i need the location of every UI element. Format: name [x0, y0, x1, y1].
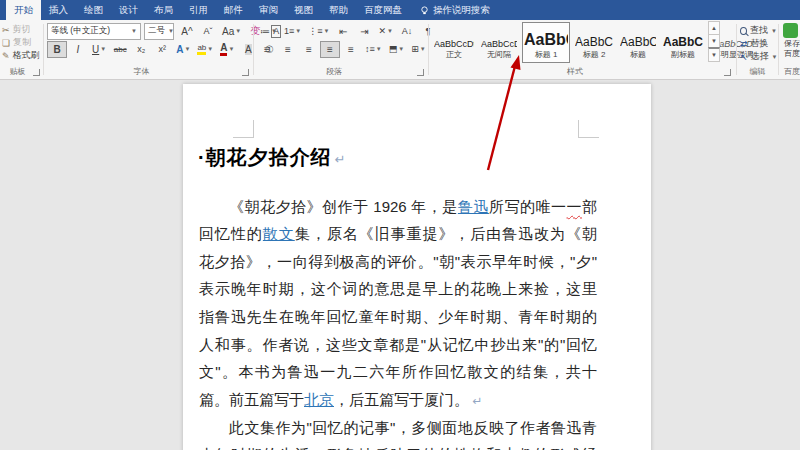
body-text-line[interactable]: 少年时期的生活，形象地反映了他的性格和志趣的形成经: [199, 445, 597, 450]
grow-font-button[interactable]: A^: [177, 23, 197, 40]
increase-indent-button[interactable]: ⇥: [354, 23, 374, 40]
align-left-button[interactable]: ≡: [257, 41, 277, 58]
select-button[interactable]: ↖选择▼: [738, 50, 777, 63]
highlight-button[interactable]: ab▼: [194, 41, 216, 58]
line-spacing-button[interactable]: ↕≡▼: [362, 41, 385, 58]
tab-引用[interactable]: 引用: [181, 0, 216, 20]
distribute-button-icon: ≡: [348, 44, 354, 55]
font-size-combo[interactable]: 二号▼: [144, 23, 174, 40]
justify-button[interactable]: ≡: [320, 41, 340, 58]
select-cursor-icon: ↖: [740, 52, 748, 62]
format-painter-button[interactable]: ✎格式刷: [0, 49, 43, 62]
shading-button-icon: ⬒: [389, 44, 398, 54]
align-right-button-icon: ≡: [306, 44, 312, 55]
style-card-无间隔[interactable]: AaBbCcDx无间隔: [479, 22, 519, 63]
body-text-line[interactable]: 篇。前五篇写于北京，后五篇写于厦门。 ↵: [199, 390, 597, 411]
strikethrough-button[interactable]: abc: [110, 41, 130, 58]
body-text-line[interactable]: 回忆性的散文集，原名《旧事重提》，后由鲁迅改为《朝: [199, 224, 597, 244]
tab-邮件[interactable]: 邮件: [216, 0, 251, 20]
text-run: 文"。本书为鲁迅一九二六年所作回忆散文的结集，共十: [199, 363, 597, 380]
style-card-标题1[interactable]: AaBbC标题 1: [522, 22, 570, 63]
hyperlink-散文[interactable]: 散文: [263, 225, 295, 242]
clipboard-dialog-launcher[interactable]: [33, 69, 40, 76]
bold-button[interactable]: B: [47, 41, 67, 58]
replace-button[interactable]: ⇄替换: [738, 37, 777, 50]
hyperlink-鲁迅[interactable]: 鲁迅: [458, 198, 489, 215]
distribute-button[interactable]: ≡: [341, 41, 361, 58]
body-text-line[interactable]: 表示晚年时期，这个词的意思是早上的花晚上来捡，这里: [199, 279, 597, 299]
borders-button[interactable]: ⊞▼: [408, 41, 429, 58]
styles-dialog-launcher[interactable]: [724, 69, 731, 76]
subscript-button[interactable]: x₂: [131, 41, 151, 58]
text-run: 花夕拾》，一向得到极高的评价。"朝"表示早年时候，"夕": [199, 253, 597, 270]
chevron-down-icon: ▼: [772, 54, 778, 60]
document-page[interactable]: ·朝花夕拾介绍↵ 《朝花夕拾》创作于 1926 年，是鲁迅所写的唯一一部回忆性的…: [183, 84, 651, 450]
decrease-indent-button[interactable]: ⇤: [333, 23, 353, 40]
change-case-button[interactable]: Aa▼: [219, 23, 244, 40]
shading-button[interactable]: ⬒▼: [386, 41, 407, 58]
char-shading-button-icon: A: [245, 44, 252, 55]
styles-group-label: 样式: [430, 66, 720, 77]
bullets-button[interactable]: ≔▼: [257, 23, 280, 40]
style-card-标题[interactable]: AaBbC标题: [618, 22, 658, 63]
chevron-down-icon: ▼: [207, 46, 213, 52]
paragraph-group-label: 段落: [255, 66, 413, 77]
sort-button[interactable]: A↓: [397, 23, 417, 40]
chevron-down-icon: ▼: [420, 46, 426, 52]
document-canvas[interactable]: ·朝花夕拾介绍↵ 《朝花夕拾》创作于 1926 年，是鲁迅所写的唯一一部回忆性的…: [0, 80, 800, 450]
chevron-down-icon: ▼: [228, 46, 234, 52]
tab-帮助[interactable]: 帮助: [321, 0, 356, 20]
tab-绘图[interactable]: 绘图: [76, 0, 111, 20]
select-button-label: 选择: [751, 50, 769, 63]
tab-设计[interactable]: 设计: [111, 0, 146, 20]
tab-开始[interactable]: 开始: [6, 0, 41, 20]
styles-more-button[interactable]: ▼: [708, 47, 720, 62]
chevron-down-icon: ▼: [295, 28, 301, 34]
text-run: 回忆性的: [199, 225, 263, 242]
tab-百度网盘[interactable]: 百度网盘: [356, 0, 410, 20]
align-center-button[interactable]: ≡: [278, 41, 298, 58]
multilevel-list-button[interactable]: ⋮≡▼: [305, 23, 332, 40]
asian-layout-button[interactable]: ✕▼: [375, 23, 396, 40]
styles-scroll-up-button[interactable]: ▲: [708, 21, 720, 35]
text-effects-button-icon: A: [176, 44, 183, 55]
bold-button-icon: B: [53, 44, 60, 55]
style-card-副标题[interactable]: AaBbC副标题: [661, 22, 705, 63]
font-color-button[interactable]: A▼: [217, 41, 237, 58]
body-text-line[interactable]: 《朝花夕拾》创作于 1926 年，是鲁迅所写的唯一一部: [199, 197, 597, 217]
hyperlink-北京[interactable]: 北京: [304, 391, 334, 408]
body-text-line[interactable]: 人和事。作者说，这些文章都是"从记忆中抄出来"的"回忆: [199, 335, 597, 355]
body-text-line[interactable]: 文"。本书为鲁迅一九二六年所作回忆散文的结集，共十: [199, 362, 597, 382]
paragraph-dialog-launcher[interactable]: [417, 69, 424, 76]
styles-scroll-down-button[interactable]: ▼: [708, 34, 720, 48]
body-text-line[interactable]: 指鲁迅先生在晚年回忆童年时期、少年时期、青年时期的: [199, 307, 597, 327]
tab-审阅[interactable]: 审阅: [251, 0, 286, 20]
numbering-button[interactable]: 1≡▼: [281, 23, 304, 40]
font-name-value: 等线 (中文正文): [51, 25, 128, 37]
italic-button[interactable]: I: [68, 41, 88, 58]
align-right-button[interactable]: ≡: [299, 41, 319, 58]
text-effects-button[interactable]: A▼: [173, 41, 193, 58]
find-button[interactable]: 查找▼: [738, 24, 777, 37]
numbering-button-icon: 1≡: [284, 26, 294, 36]
tab-布局[interactable]: 布局: [146, 0, 181, 20]
chevron-down-icon: ▼: [387, 28, 393, 34]
body-text-line[interactable]: 此文集作为"回忆的记事"，多侧面地反映了作者鲁迅青: [199, 418, 597, 438]
font-name-combo[interactable]: 等线 (中文正文)▼: [47, 23, 141, 40]
style-preview: AaBbCcDt: [434, 39, 474, 49]
style-card-正文[interactable]: AaBbCcDt正文: [432, 22, 476, 63]
tab-插入[interactable]: 插入: [41, 0, 76, 20]
tab-视图[interactable]: 视图: [286, 0, 321, 20]
save-to-baidu-netdisk-button[interactable]: 保存到 百度网盘: [780, 23, 800, 59]
underline-button[interactable]: U▼: [89, 41, 109, 58]
font-dialog-launcher[interactable]: [242, 69, 249, 76]
body-text-line[interactable]: 花夕拾》，一向得到极高的评价。"朝"表示早年时候，"夕": [199, 252, 597, 272]
shrink-font-button[interactable]: Aˇ: [198, 23, 218, 40]
borders-button-icon: ⊞: [411, 44, 419, 54]
font-group: 等线 (中文正文)▼ 二号▼ A^AˇAa▼变A BIU▼abcx₂x²A▼ab…: [45, 20, 252, 79]
style-card-标题2[interactable]: AaBbC标题 2: [573, 22, 615, 63]
styles-group: AaBbCcDt正文AaBbCcDx无间隔AaBbC标题 1AaBbC标题 2A…: [430, 20, 734, 79]
document-heading[interactable]: ·朝花夕拾介绍↵: [198, 144, 347, 171]
superscript-button[interactable]: x²: [152, 41, 172, 58]
tell-me-box[interactable]: 操作说明搜索: [410, 0, 500, 20]
